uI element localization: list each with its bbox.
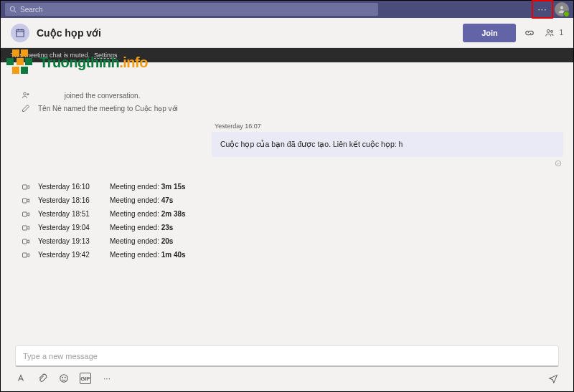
svg-point-0 bbox=[10, 6, 14, 11]
search-input[interactable]: Search bbox=[5, 3, 378, 16]
message-bubble[interactable]: Cuộc họp của bạn đã được tạo. Liên kết c… bbox=[212, 132, 563, 157]
person-icon bbox=[557, 5, 566, 14]
log-label: Meeting ended: 23s bbox=[110, 224, 173, 231]
muted-text: This meeting chat is muted. bbox=[11, 52, 90, 59]
compose-area: Type a new message GIF ··· bbox=[1, 345, 573, 391]
video-icon bbox=[21, 237, 31, 246]
log-label: Meeting ended: 47s bbox=[110, 196, 173, 204]
log-time: Yesterday 18:16 bbox=[38, 196, 103, 204]
video-icon bbox=[21, 251, 31, 259]
redacted-text bbox=[180, 105, 209, 112]
svg-line-1 bbox=[14, 11, 17, 13]
log-label: Meeting ended: 2m 38s bbox=[110, 210, 186, 218]
titlebar: Search ··· bbox=[1, 1, 573, 18]
log-time: Yesterday 18:51 bbox=[38, 210, 103, 218]
muted-chat-banner: This meeting chat is muted. Settings bbox=[1, 48, 573, 62]
video-icon bbox=[21, 224, 31, 232]
meeting-header: Cuộc họp với Join 1 bbox=[1, 18, 573, 48]
search-icon bbox=[9, 6, 17, 13]
svg-point-21 bbox=[65, 377, 65, 378]
meeting-title: Cuộc họp với bbox=[37, 27, 130, 39]
meeting-title-text: Cuộc họp với bbox=[37, 27, 104, 39]
participants-icon[interactable] bbox=[543, 27, 556, 39]
participants-count: 1 bbox=[559, 29, 563, 37]
svg-rect-15 bbox=[23, 212, 27, 216]
send-icon[interactable] bbox=[547, 373, 559, 384]
user-avatar[interactable] bbox=[555, 2, 569, 16]
message-placeholder: Type a new message bbox=[23, 352, 98, 360]
read-receipt-icon bbox=[212, 160, 563, 168]
log-label: Meeting ended: 3m 15s bbox=[110, 183, 186, 191]
muted-settings-link[interactable]: Settings bbox=[94, 52, 118, 59]
message-text: Cuộc họp của bạn đã được tạo. Liên kết c… bbox=[220, 140, 403, 148]
ellipsis-icon: ··· bbox=[537, 4, 547, 14]
system-event-named: Tên Nè named the meeting to Cuộc họp với bbox=[11, 104, 563, 113]
video-icon bbox=[21, 196, 31, 205]
message-input[interactable]: Type a new message bbox=[15, 345, 559, 367]
redacted-text bbox=[38, 92, 62, 99]
log-time: Yesterday 19:13 bbox=[38, 237, 103, 245]
chat-body: joined the conversation. Tên Nè named th… bbox=[1, 62, 573, 345]
log-label: Meeting ended: 1m 40s bbox=[110, 251, 186, 259]
join-button[interactable]: Join bbox=[463, 24, 516, 42]
svg-rect-17 bbox=[23, 239, 27, 244]
redacted-text bbox=[403, 142, 517, 148]
attach-icon[interactable] bbox=[37, 373, 48, 384]
meeting-log-row: Yesterday 18:51Meeting ended: 2m 38s bbox=[21, 210, 563, 219]
svg-rect-3 bbox=[17, 29, 24, 37]
video-icon bbox=[21, 183, 31, 191]
svg-point-20 bbox=[62, 377, 63, 378]
svg-point-2 bbox=[560, 6, 564, 10]
log-time: Yesterday 19:04 bbox=[38, 224, 103, 231]
format-icon[interactable] bbox=[15, 373, 27, 384]
emoji-icon[interactable] bbox=[58, 373, 70, 384]
meeting-log-list: Yesterday 16:10Meeting ended: 3m 15sYest… bbox=[11, 183, 563, 259]
meeting-log-row: Yesterday 19:04Meeting ended: 23s bbox=[21, 224, 563, 232]
named-text: Tên Nè named the meeting to Cuộc họp với bbox=[38, 105, 180, 113]
chat-message: Yesterday 16:07 Cuộc họp của bạn đã được… bbox=[212, 123, 563, 168]
log-time: Yesterday 16:10 bbox=[38, 183, 103, 191]
svg-point-12 bbox=[555, 161, 561, 166]
video-icon bbox=[21, 210, 31, 219]
svg-point-19 bbox=[60, 375, 68, 383]
svg-rect-18 bbox=[23, 253, 27, 257]
meeting-log-row: Yesterday 19:42Meeting ended: 1m 40s bbox=[21, 251, 563, 259]
svg-rect-14 bbox=[23, 199, 27, 203]
svg-rect-16 bbox=[23, 226, 27, 230]
log-time: Yesterday 19:42 bbox=[38, 251, 103, 259]
pencil-icon bbox=[21, 104, 31, 113]
meeting-log-row: Yesterday 19:13Meeting ended: 20s bbox=[21, 237, 563, 246]
log-label: Meeting ended: 20s bbox=[110, 237, 173, 245]
system-event-joined: joined the conversation. bbox=[11, 91, 563, 100]
message-timestamp: Yesterday 16:07 bbox=[212, 123, 563, 130]
more-options-button[interactable]: ··· bbox=[533, 1, 552, 17]
gif-icon[interactable]: GIF bbox=[80, 373, 91, 384]
meeting-log-row: Yesterday 16:10Meeting ended: 3m 15s bbox=[21, 183, 563, 191]
add-person-icon bbox=[21, 91, 31, 100]
redacted-text bbox=[104, 29, 130, 38]
svg-point-8 bbox=[551, 30, 553, 32]
svg-rect-13 bbox=[23, 185, 27, 189]
calendar-icon bbox=[11, 24, 29, 42]
svg-point-9 bbox=[24, 92, 26, 95]
search-placeholder: Search bbox=[20, 6, 43, 14]
svg-point-7 bbox=[547, 29, 550, 32]
link-icon[interactable] bbox=[523, 27, 536, 39]
meeting-log-row: Yesterday 18:16Meeting ended: 47s bbox=[21, 196, 563, 205]
more-compose-icon[interactable]: ··· bbox=[101, 373, 113, 384]
joined-text: joined the conversation. bbox=[62, 92, 140, 100]
